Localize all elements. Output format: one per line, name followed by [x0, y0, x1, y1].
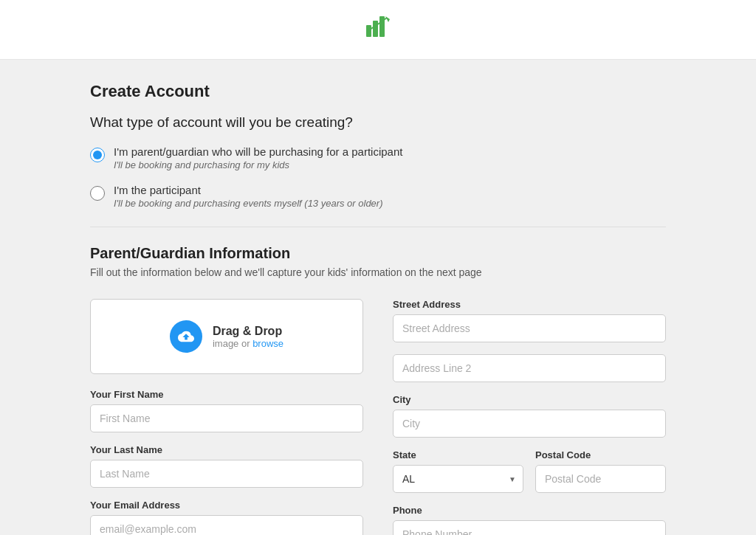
state-select[interactable]: AL AK AZ AR CA CO CT DE FL GA	[393, 465, 523, 493]
city-group: City	[393, 394, 666, 438]
radio-participant[interactable]	[90, 186, 105, 201]
radio-participant-label: I'm the participant	[114, 184, 383, 196]
radio-option-parent[interactable]: I'm parent/guardian who will be purchasi…	[90, 145, 666, 170]
radio-option-participant[interactable]: I'm the participant I'll be booking and …	[90, 184, 666, 209]
email-group: Your Email Address	[90, 500, 363, 535]
main-content: Create Account What type of account will…	[75, 60, 681, 535]
email-label: Your Email Address	[90, 500, 363, 511]
logo	[362, 12, 394, 47]
city-label: City	[393, 394, 666, 405]
state-group: State AL AK AZ AR CA CO CT DE	[393, 449, 523, 493]
email-input[interactable]	[90, 515, 363, 535]
drop-zone-inner: Drag & Drop image or browse	[170, 320, 284, 353]
state-postal-group: State AL AK AZ AR CA CO CT DE	[393, 449, 666, 493]
section-divider	[90, 227, 666, 227]
state-postal-row: State AL AK AZ AR CA CO CT DE	[393, 449, 666, 493]
upload-icon	[170, 320, 202, 353]
right-column: Street Address City State	[393, 299, 666, 535]
radio-parent[interactable]	[90, 148, 105, 162]
account-type-question: What type of account will you be creatin…	[90, 114, 666, 131]
section-title: Parent/Guardian Information	[90, 245, 666, 262]
page-title: Create Account	[90, 82, 666, 101]
radio-parent-sublabel: I'll be booking and purchasing for my ki…	[114, 159, 402, 170]
svg-rect-1	[373, 21, 378, 37]
state-label: State	[393, 449, 523, 460]
left-column: Drag & Drop image or browse Your First N…	[90, 299, 363, 535]
section-subtitle: Fill out the information below and we'll…	[90, 266, 666, 278]
street-address-group: Street Address	[393, 299, 666, 342]
last-name-group: Your Last Name	[90, 444, 363, 488]
street-address-input[interactable]	[393, 314, 666, 342]
radio-participant-sublabel: I'll be booking and purchasing events my…	[114, 198, 383, 209]
first-name-label: Your First Name	[90, 389, 363, 400]
drop-zone-main-text: Drag & Drop	[213, 325, 284, 338]
state-select-wrapper: AL AK AZ AR CA CO CT DE FL GA	[393, 465, 523, 493]
drop-zone-sub-text: image or browse	[213, 338, 284, 349]
app-header	[0, 0, 756, 60]
address-line2-input[interactable]	[393, 354, 666, 382]
phone-input[interactable]	[393, 520, 666, 535]
last-name-input[interactable]	[90, 460, 363, 488]
first-name-group: Your First Name	[90, 389, 363, 432]
street-address-label: Street Address	[393, 299, 666, 310]
address-line2-group	[393, 354, 666, 382]
drop-zone[interactable]: Drag & Drop image or browse	[90, 299, 363, 374]
phone-label: Phone	[393, 505, 666, 516]
postal-group: Postal Code	[535, 449, 666, 493]
first-name-input[interactable]	[90, 404, 363, 432]
postal-code-input[interactable]	[535, 465, 666, 493]
radio-parent-label: I'm parent/guardian who will be purchasi…	[114, 145, 402, 158]
form-grid: Drag & Drop image or browse Your First N…	[90, 299, 666, 535]
last-name-label: Your Last Name	[90, 444, 363, 455]
browse-link[interactable]: browse	[252, 338, 284, 349]
postal-label: Postal Code	[535, 449, 666, 460]
phone-group: Phone	[393, 505, 666, 535]
city-input[interactable]	[393, 410, 666, 438]
drop-zone-text: Drag & Drop image or browse	[213, 325, 284, 349]
